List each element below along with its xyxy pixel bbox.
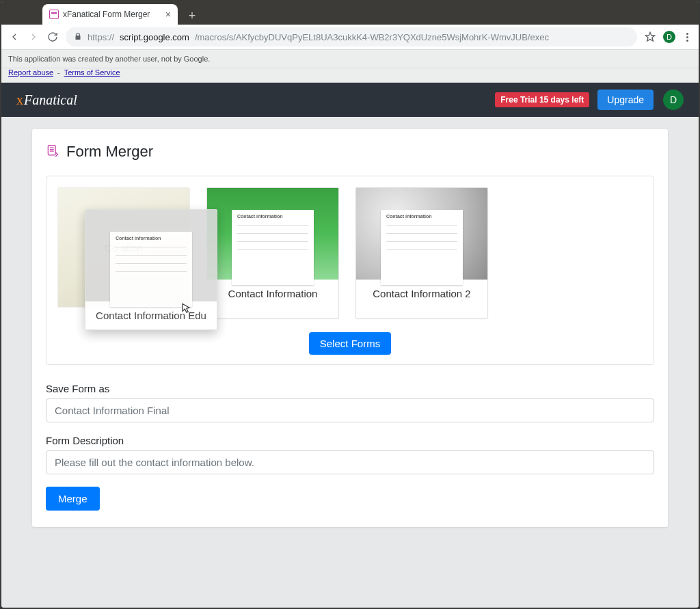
url-path: /macros/s/AKfycbyDUVqPyELt8UA3cukkK4-WB2…: [195, 32, 549, 42]
merge-button[interactable]: Merge: [46, 487, 100, 511]
apps-script-disclaimer: This application was created by another …: [1, 50, 699, 68]
form-card-thumb: Contact information: [85, 210, 217, 301]
tab-strip: xFanatical Form Merger × +: [1, 1, 699, 25]
nav-forward-button[interactable]: [27, 31, 40, 43]
trial-badge: Free Trial 15 days left: [495, 92, 589, 107]
forms-row: Co ation Contact information Contact Inf…: [57, 187, 643, 319]
app-header: xFanatical Free Trial 15 days left Upgra…: [1, 83, 699, 117]
select-forms-button[interactable]: Select Forms: [309, 332, 391, 355]
miniform-title: Contact information: [386, 214, 457, 219]
form-card-miniform: Contact information: [232, 210, 314, 285]
tab-title: xFanatical Form Merger: [63, 10, 150, 19]
terms-of-service-link[interactable]: Terms of Service: [64, 68, 120, 77]
page-title-text: Form Merger: [66, 143, 153, 161]
miniform-title: Contact information: [116, 236, 187, 241]
forms-container: Co ation Contact information Contact Inf…: [46, 176, 654, 365]
brand-logo[interactable]: xFanatical: [16, 92, 77, 108]
tab-favicon-icon: [49, 10, 59, 19]
form-card[interactable]: Contact information Contact Information: [206, 187, 339, 319]
browser-profile-avatar[interactable]: D: [663, 31, 675, 43]
tab-close-icon[interactable]: ×: [165, 9, 171, 20]
brand-x: x: [16, 92, 23, 107]
save-form-as-input[interactable]: [46, 398, 654, 422]
save-form-as-label: Save Form as: [46, 383, 654, 394]
user-avatar-initial: D: [670, 94, 677, 105]
browser-window: xFanatical Form Merger × + https:// scri…: [1, 1, 699, 608]
browser-profile-initial: D: [667, 33, 672, 41]
form-card-thumb: Contact information: [356, 188, 487, 280]
form-description-input[interactable]: [46, 450, 654, 474]
svg-rect-1: [48, 146, 55, 155]
lock-icon: [74, 32, 82, 42]
url-host: script.google.com: [120, 32, 189, 42]
page-title: Form Merger: [46, 143, 654, 161]
form-card-miniform: Contact information: [381, 210, 463, 285]
nav-back-button[interactable]: [8, 31, 21, 43]
miniform-title: Contact information: [237, 214, 308, 219]
browser-menu-button[interactable]: [682, 33, 692, 42]
form-card-thumb: Contact information: [207, 188, 338, 280]
new-tab-button[interactable]: +: [183, 7, 201, 25]
user-avatar[interactable]: D: [663, 90, 684, 110]
report-abuse-link[interactable]: Report abuse: [8, 68, 53, 77]
form-description-label: Form Description: [46, 435, 654, 446]
form-card-miniform: Contact information: [110, 232, 192, 307]
reload-button[interactable]: [46, 31, 59, 43]
drag-cursor-icon: [179, 302, 193, 316]
upgrade-button[interactable]: Upgrade: [597, 90, 654, 110]
form-card-dragging[interactable]: Contact information Contact Information …: [85, 209, 217, 330]
svg-marker-0: [645, 32, 654, 41]
form-card[interactable]: Contact information Contact Information …: [355, 187, 488, 319]
url-input[interactable]: https:// script.google.com /macros/s/AKf…: [66, 27, 637, 46]
apps-script-links: Report abuse - Terms of Service: [1, 68, 699, 83]
form-merger-icon: [46, 144, 59, 159]
link-separator: -: [55, 68, 62, 77]
browser-tab[interactable]: xFanatical Form Merger ×: [42, 4, 178, 25]
url-scheme: https://: [88, 32, 114, 42]
main-panel: Form Merger Co ation Contact information: [32, 129, 668, 527]
page-body: Form Merger Co ation Contact information: [1, 117, 699, 608]
brand-name: Fanatical: [24, 92, 77, 107]
address-bar: https:// script.google.com /macros/s/AKf…: [1, 25, 699, 50]
bookmark-star-icon[interactable]: [644, 31, 656, 43]
